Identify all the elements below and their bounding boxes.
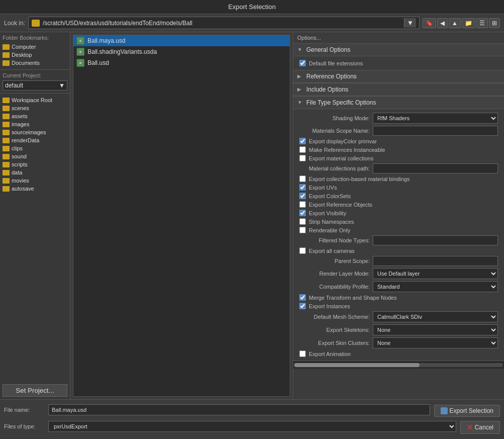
export-collection-material-bindings-checkbox[interactable] [299, 175, 306, 182]
dir-scenes[interactable]: scenes [3, 104, 67, 112]
export-instances-row: Export Instances [297, 302, 500, 310]
export-uvs-label: Export UVs [309, 185, 337, 191]
file-type-options-header[interactable]: ▼ File Type Specific Options [293, 96, 504, 109]
project-value: default [5, 82, 23, 89]
file-item-ball-maya-usd[interactable]: ≡ Ball.maya.usd [73, 35, 290, 46]
file-name-input[interactable] [48, 404, 430, 415]
scrollbar-thumb[interactable] [294, 363, 419, 367]
reference-options-header[interactable]: ▶ Reference Options [293, 70, 504, 83]
bookmark-documents[interactable]: Documents [3, 59, 67, 67]
horizontal-scrollbar[interactable] [293, 361, 504, 369]
material-collections-path-input[interactable] [373, 163, 498, 173]
cancel-button[interactable]: ✕ Cancel [460, 421, 500, 434]
detail-view-icon[interactable]: ⊞ [489, 18, 500, 28]
bookmark-computer[interactable]: Computer [3, 43, 67, 51]
file-name-label: File name: [4, 407, 44, 413]
nav-back-icon[interactable]: ◀ [437, 18, 448, 28]
export-colorsets-label: Export ColorSets [309, 193, 351, 199]
dir-autosave[interactable]: autosave [3, 185, 67, 193]
export-uvs-checkbox[interactable] [299, 184, 306, 191]
merge-transform-shape-checkbox[interactable] [299, 294, 306, 301]
parent-scope-input[interactable] [373, 256, 498, 266]
dir-workspace-root[interactable]: Workspace Root [3, 96, 67, 104]
export-all-cameras-checkbox[interactable] [299, 247, 306, 254]
make-references-instanceable-checkbox[interactable] [299, 146, 306, 153]
dir-sourceimages-label: sourceimages [12, 129, 46, 135]
file-item-ball-shading-variants[interactable]: ≡ Ball.shadingVariants.usda [73, 46, 290, 57]
dir-assets[interactable]: assets [3, 112, 67, 120]
dir-tree: Workspace Root scenes assets images sour… [0, 94, 70, 382]
include-options-label: Include Options [306, 86, 348, 93]
filtered-node-types-row: Filtered Node Types: [297, 234, 500, 246]
export-reference-objects-label: Export Reference Objects [309, 202, 372, 208]
parent-scope-label: Parent Scope: [299, 258, 370, 264]
dir-scenes-label: scenes [12, 105, 29, 111]
shading-mode-select[interactable]: RfM Shaders USD Preview Surface None [373, 113, 498, 124]
general-options-header[interactable]: ▼ General Options [293, 43, 504, 56]
default-file-extensions-checkbox[interactable] [299, 60, 306, 66]
compatibility-profile-select[interactable]: Standard ARKit [373, 281, 498, 292]
documents-icon [3, 60, 10, 66]
folder-bookmarks: Folder Bookmarks: Computer Desktop Docum… [0, 32, 70, 70]
export-reference-objects-checkbox[interactable] [299, 201, 306, 208]
export-selection-button[interactable]: Export Selection [434, 405, 500, 417]
include-options-header[interactable]: ▶ Include Options [293, 83, 504, 96]
dir-images[interactable]: images [3, 120, 67, 128]
files-of-type-label: Files of type: [4, 423, 44, 429]
dir-renderdata[interactable]: renderData [3, 136, 67, 144]
dir-sound[interactable]: sound [3, 152, 67, 160]
dir-clips-label: clips [12, 145, 23, 151]
export-displaycolor-checkbox[interactable] [299, 138, 306, 144]
default-mesh-scheme-select[interactable]: CatmullClark SDiv bilinear loop none [373, 311, 498, 322]
render-layer-mode-row: Render Layer Mode: Use Default layer Use… [297, 267, 500, 280]
export-material-collections-row: Export material collections [297, 154, 500, 162]
parent-scope-row: Parent Scope: [297, 255, 500, 267]
compatibility-profile-label: Compatibility Profile: [299, 284, 370, 290]
path-text: /scratch/USD/extras/usd/tutorials/endToE… [43, 20, 401, 27]
filtered-node-types-input[interactable] [373, 235, 498, 245]
renderable-only-checkbox[interactable] [299, 227, 306, 233]
dir-scripts[interactable]: scripts [3, 160, 67, 168]
strip-namespaces-checkbox[interactable] [299, 218, 306, 225]
files-of-type-select[interactable]: pxrUsdExport [48, 421, 456, 432]
folder-assets-icon [3, 114, 10, 119]
nav-up-icon[interactable]: ▲ [449, 18, 461, 28]
renderable-only-label: Renderable Only [309, 227, 351, 233]
new-folder-icon[interactable]: 📁 [462, 18, 475, 28]
export-instances-checkbox[interactable] [299, 303, 306, 309]
general-collapse-icon: ▼ [297, 47, 303, 53]
export-visibility-checkbox[interactable] [299, 210, 306, 216]
materials-scope-input[interactable] [373, 126, 498, 136]
file-item-ball-usd[interactable]: ≡ Ball.usd [73, 57, 290, 68]
dir-sourceimages[interactable]: sourceimages [3, 128, 67, 136]
default-mesh-scheme-label: Default Mesh Scheme: [299, 314, 370, 320]
render-layer-mode-select[interactable]: Use Default layer Use Current Layer Mode… [373, 268, 498, 279]
dir-assets-label: assets [12, 113, 28, 119]
export-material-collections-checkbox[interactable] [299, 155, 306, 161]
dir-images-label: images [12, 121, 29, 127]
folder-bookmarks-label: Folder Bookmarks: [3, 35, 67, 41]
dir-data-label: data [12, 169, 22, 175]
bookmark-desktop[interactable]: Desktop [3, 51, 67, 59]
export-colorsets-checkbox[interactable] [299, 193, 306, 199]
export-skin-clusters-row: Export Skin Clusters: None Auto [297, 336, 500, 349]
bookmark-icon[interactable]: 🔖 [423, 18, 436, 28]
dir-movies[interactable]: movies [3, 177, 67, 185]
scrollbar-track[interactable] [294, 363, 503, 367]
file-list: ≡ Ball.maya.usd ≡ Ball.shadingVariants.u… [73, 35, 290, 397]
export-collection-material-bindings-label: Export collection-based material binding… [309, 176, 410, 182]
path-dropdown-button[interactable]: ▼ [404, 18, 416, 28]
project-dropdown[interactable]: default ▼ [3, 80, 67, 91]
dir-clips[interactable]: clips [3, 144, 67, 152]
export-animation-checkbox[interactable] [299, 350, 306, 357]
set-project-button[interactable]: Set Project... [3, 384, 67, 397]
bookmark-desktop-label: Desktop [12, 52, 32, 58]
folder-workspace-root-icon [3, 98, 10, 103]
export-skin-clusters-select[interactable]: None Auto [373, 337, 498, 348]
list-view-icon[interactable]: ☰ [476, 18, 488, 28]
export-skeletons-label: Export Skeletons: [299, 327, 370, 333]
dir-data[interactable]: data [3, 168, 67, 177]
export-skeletons-select[interactable]: None Auto [373, 324, 498, 335]
folder-clips-icon [3, 146, 10, 151]
export-reference-objects-row: Export Reference Objects [297, 200, 500, 209]
